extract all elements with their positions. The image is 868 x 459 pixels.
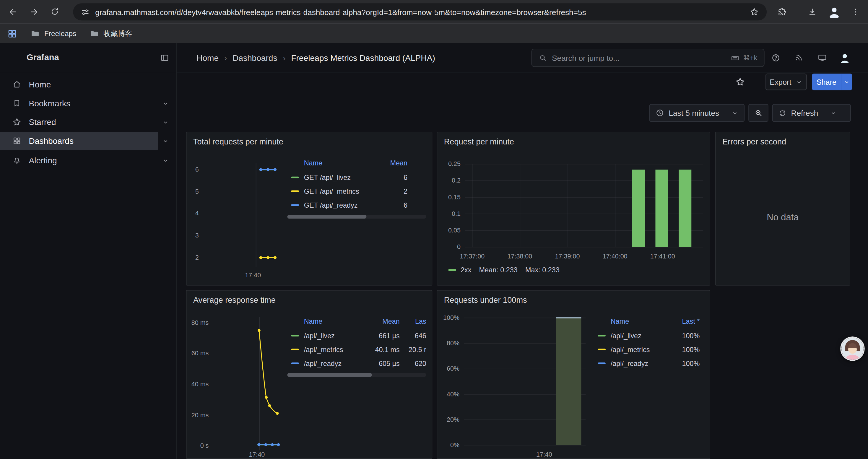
folder-icon: [30, 29, 40, 38]
series-name: /api/_readyz: [611, 359, 666, 367]
search-icon: [538, 54, 547, 62]
share-button[interactable]: Share: [812, 73, 841, 90]
browser-menu-button[interactable]: [848, 4, 863, 19]
bookmark-icon: [12, 99, 22, 108]
favorite-dashboard-button[interactable]: [733, 74, 748, 90]
series-name[interactable]: 2xx: [461, 266, 471, 274]
url-bar[interactable]: grafana.mathmast.com/d/deytv4rwavabkb/fr…: [73, 3, 767, 21]
series-mean: 605 µs: [366, 359, 399, 367]
downloads-icon[interactable]: [805, 4, 819, 19]
extensions-icon[interactable]: [774, 4, 789, 19]
x-tick: 17:40: [242, 271, 264, 279]
legend-row[interactable]: /api/_metrics 100%: [594, 342, 700, 357]
share-menu-button[interactable]: [841, 73, 852, 90]
zoom-out-icon: [754, 108, 763, 117]
series-last: 620: [400, 359, 426, 367]
browser-profile-avatar[interactable]: [827, 4, 841, 19]
legend-row[interactable]: /api/_livez 661 µs 646: [287, 329, 426, 342]
sidebar-item-alerting[interactable]: Alerting: [0, 151, 158, 169]
browser-back-button[interactable]: [4, 3, 21, 20]
series-color-dash: [448, 269, 456, 271]
breadcrumb-dashboards[interactable]: Dashboards: [232, 53, 277, 63]
x-tick: 17:38:00: [503, 252, 536, 260]
legend-header-last[interactable]: Las: [400, 318, 426, 326]
site-info-icon[interactable]: [81, 7, 90, 16]
y-tick: 0 s: [190, 441, 209, 449]
refresh-button[interactable]: Refresh: [772, 104, 851, 122]
legend-row[interactable]: GET /api/_metrics 2: [287, 184, 407, 198]
chevron-down-icon: [162, 118, 169, 126]
assistant-avatar[interactable]: [840, 336, 864, 361]
y-tick: 0.1: [440, 210, 460, 218]
panel-title[interactable]: Errors per second: [722, 137, 786, 146]
y-tick: 3: [188, 231, 198, 239]
bookmarks-expand-button[interactable]: [158, 94, 173, 112]
legend-header-name[interactable]: Name: [594, 318, 666, 326]
y-tick: 0.25: [440, 160, 460, 167]
help-button[interactable]: [769, 51, 783, 65]
assistant-avatar-image: [841, 338, 864, 360]
legend-header-mean[interactable]: Mean: [376, 160, 407, 167]
chevron-down-icon: [830, 109, 837, 117]
sidebar-item-starred[interactable]: Starred: [0, 113, 158, 131]
export-button[interactable]: Export: [766, 73, 807, 90]
series-name: /api/_livez: [611, 332, 666, 339]
panel-requests-under-100ms: Requests under 100ms 100% 80% 60% 40% 20…: [437, 290, 710, 459]
y-tick: 60 ms: [190, 349, 209, 357]
series-mean: 40.1 ms: [366, 346, 399, 353]
panel-title[interactable]: Average response time: [193, 296, 276, 304]
y-tick: 5: [188, 188, 198, 195]
scrollbar-thumb[interactable]: [287, 215, 366, 219]
legend-scrollbar[interactable]: [287, 215, 426, 219]
user-avatar[interactable]: [838, 51, 851, 64]
sidebar-item-bookmarks[interactable]: Bookmarks: [0, 94, 158, 112]
panel-title[interactable]: Total requests per minute: [193, 137, 283, 146]
sidebar-collapse-button[interactable]: [157, 51, 172, 65]
legend-row[interactable]: /api/_readyz 605 µs 620: [287, 357, 426, 370]
bell-icon: [12, 156, 22, 165]
bookmark-folder-blog[interactable]: 收藏博客: [90, 28, 132, 38]
bookmark-label: Freeleaps: [44, 29, 76, 37]
breadcrumb-home[interactable]: Home: [196, 53, 219, 63]
legend-scrollbar[interactable]: [287, 373, 426, 377]
dashboards-expand-button[interactable]: [158, 132, 173, 150]
search-input[interactable]: Search or jump to... ⌘+k: [531, 49, 765, 67]
bookmark-folder-freeleaps[interactable]: Freeleaps: [30, 29, 76, 38]
sidebar-item-label: Home: [29, 80, 51, 89]
legend-row[interactable]: /api/_metrics 40.1 ms 20.5 r: [287, 342, 426, 357]
sidebar-item-home[interactable]: Home: [0, 75, 158, 94]
starred-expand-button[interactable]: [158, 113, 173, 131]
legend-header-name[interactable]: Name: [287, 318, 366, 326]
apps-grid-icon[interactable]: [7, 28, 17, 38]
legend-header-name[interactable]: Name: [287, 160, 376, 167]
screen: grafana.mathmast.com/d/deytv4rwavabkb/fr…: [0, 0, 868, 459]
star-icon: [12, 117, 22, 127]
browser-reload-button[interactable]: [46, 3, 63, 20]
browser-forward-button[interactable]: [25, 3, 42, 20]
legend-header-last[interactable]: Last *: [666, 318, 700, 326]
bar-chart: [437, 132, 711, 286]
scrollbar-thumb[interactable]: [287, 373, 372, 377]
share-button-group: Share: [812, 73, 852, 90]
breadcrumb-current: Freeleaps Metrics Dashboard (ALPHA): [291, 53, 435, 63]
y-tick: 40%: [440, 390, 459, 398]
bookmark-star-icon[interactable]: [749, 7, 759, 17]
alerting-expand-button[interactable]: [158, 151, 173, 169]
legend-row[interactable]: /api/_livez 100%: [594, 329, 700, 342]
panel-title[interactable]: Request per minute: [444, 137, 514, 146]
series-name: /api/_metrics: [611, 346, 666, 353]
time-range-picker[interactable]: Last 5 minutes: [649, 104, 745, 122]
header-divider: [176, 72, 868, 73]
legend-header-mean[interactable]: Mean: [366, 318, 399, 326]
sidebar-item-dashboards[interactable]: Dashboards: [0, 132, 158, 150]
grafana-logo[interactable]: [9, 52, 22, 64]
panel-title[interactable]: Requests under 100ms: [444, 296, 527, 304]
zoom-out-button[interactable]: [748, 104, 768, 122]
browser-toolbar: grafana.mathmast.com/d/deytv4rwavabkb/fr…: [0, 0, 868, 23]
legend-row[interactable]: GET /api/_livez 6: [287, 170, 407, 184]
legend-row[interactable]: GET /api/_readyz 6: [287, 198, 407, 212]
legend-row[interactable]: /api/_readyz 100%: [594, 357, 700, 370]
kiosk-button[interactable]: [815, 51, 829, 65]
news-button[interactable]: [792, 51, 806, 65]
series-last: 646: [400, 332, 426, 339]
